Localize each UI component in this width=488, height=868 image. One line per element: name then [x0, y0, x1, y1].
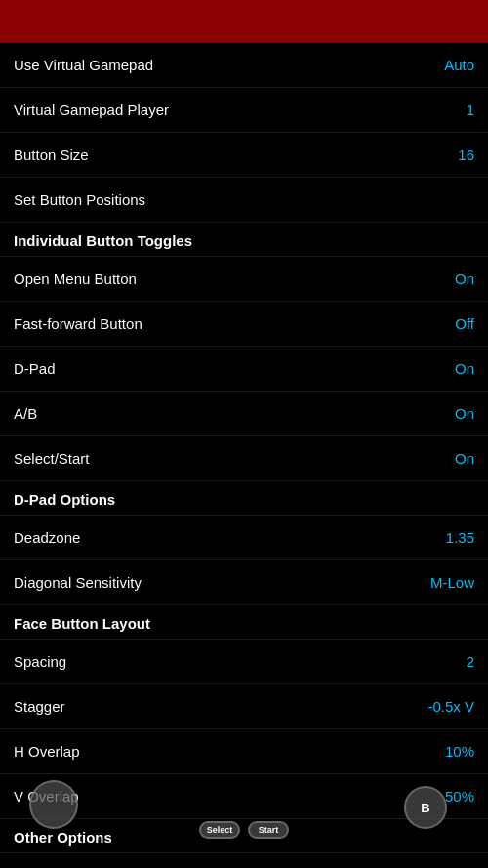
- label-stagger: Stagger: [14, 698, 65, 715]
- label-h-overlap: H Overlap: [14, 743, 80, 760]
- section-header-d-pad-options: D-Pad Options: [0, 481, 488, 516]
- section-header-other-options: Other Options: [0, 819, 488, 853]
- row-spacing[interactable]: Spacing2: [0, 640, 488, 684]
- app-header: [0, 0, 488, 43]
- value-deadzone: 1.35: [446, 529, 474, 546]
- value-v-overlap: 50%: [445, 788, 474, 805]
- label-deadzone: Deadzone: [14, 529, 80, 546]
- label-diagonal-sensitivity: Diagonal Sensitivity: [14, 574, 142, 591]
- label-use-virtual-gamepad: Use Virtual Gamepad: [14, 57, 153, 73]
- value-d-pad: On: [455, 360, 474, 377]
- label-virtual-gamepad-player: Virtual Gamepad Player: [14, 102, 169, 118]
- value-button-size: 16: [458, 146, 474, 163]
- section-title-face-button-layout: Face Button Layout: [14, 615, 150, 632]
- row-open-menu-button[interactable]: Open Menu ButtonOn: [0, 257, 488, 302]
- row-select-start[interactable]: Select/StartOn: [0, 436, 488, 481]
- row-diagonal-sensitivity[interactable]: Diagonal SensitivityM-Low: [0, 560, 488, 605]
- section-title-d-pad-options: D-Pad Options: [14, 491, 115, 508]
- value-use-virtual-gamepad: Auto: [444, 57, 474, 73]
- label-ab: A/B: [14, 405, 37, 422]
- row-use-virtual-gamepad[interactable]: Use Virtual GamepadAuto: [0, 43, 488, 88]
- value-stagger: -0.5x V: [427, 698, 474, 715]
- row-set-button-positions[interactable]: Set Button Positions: [0, 178, 488, 223]
- row-h-overlap[interactable]: H Overlap10%: [0, 729, 488, 774]
- label-fast-forward-button: Fast-forward Button: [14, 315, 142, 332]
- value-select-start: On: [455, 450, 474, 467]
- label-set-button-positions: Set Button Positions: [14, 191, 145, 208]
- section-header-individual-button-toggles: Individual Button Toggles: [0, 223, 488, 257]
- row-fast-forward-button[interactable]: Fast-forward ButtonOff: [0, 302, 488, 347]
- value-diagonal-sensitivity: M-Low: [430, 574, 474, 591]
- row-stagger[interactable]: Stagger-0.5x V: [0, 684, 488, 729]
- label-v-overlap: V Overlap: [14, 788, 79, 805]
- value-virtual-gamepad-player: 1: [467, 102, 474, 118]
- row-d-pad[interactable]: D-PadOn: [0, 347, 488, 392]
- section-title-individual-button-toggles: Individual Button Toggles: [14, 232, 192, 249]
- section-header-face-button-layout: Face Button Layout: [0, 605, 488, 640]
- value-ab: On: [455, 405, 474, 422]
- value-fast-forward-button: Off: [455, 315, 474, 332]
- value-spacing: 2: [467, 653, 474, 670]
- section-title-other-options: Other Options: [14, 829, 112, 846]
- value-open-menu-button: On: [455, 270, 474, 287]
- row-button-size[interactable]: Button Size16: [0, 133, 488, 178]
- label-d-pad: D-Pad: [14, 360, 56, 377]
- row-show-bounding-boxes[interactable]: Show Bounding BoxesOff: [0, 853, 488, 868]
- value-h-overlap: 10%: [445, 743, 474, 760]
- row-ab[interactable]: A/BOn: [0, 392, 488, 436]
- label-select-start: Select/Start: [14, 450, 90, 467]
- label-open-menu-button: Open Menu Button: [14, 270, 137, 287]
- label-spacing: Spacing: [14, 653, 66, 670]
- row-virtual-gamepad-player[interactable]: Virtual Gamepad Player1: [0, 88, 488, 133]
- row-deadzone[interactable]: Deadzone1.35: [0, 516, 488, 560]
- row-v-overlap[interactable]: V Overlap50%: [0, 774, 488, 819]
- label-button-size: Button Size: [14, 146, 89, 163]
